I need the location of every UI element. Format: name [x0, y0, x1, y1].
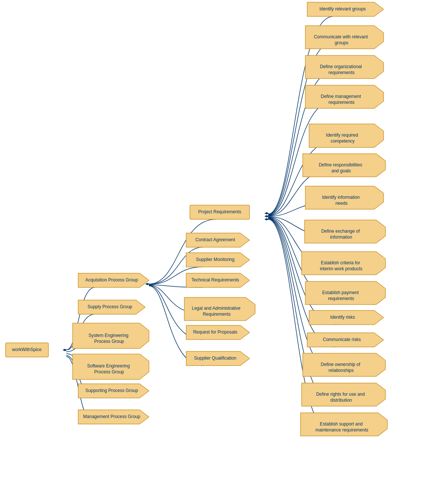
label-contractAgreement: Contract Agreement	[196, 237, 235, 242]
label-managementProcessGroup: Management Process Group	[83, 414, 140, 419]
label-identifyRelevantGroups: Identify relevant groups	[320, 6, 366, 12]
label-technicalRequirements: Technical Requirements	[191, 277, 239, 283]
label-acquisitionProcessGroup: Acquisition Process Group	[85, 277, 138, 283]
label-identifyRisks: Identify risks	[330, 315, 355, 320]
label-supplierQualification: Supplier Qualification	[194, 356, 236, 361]
label-supplyProcessGroup: Supply Process Group	[88, 304, 132, 309]
mindmap-diagram: workWithSpice Acquisition Process Group …	[0, 0, 448, 478]
diamond-ws	[63, 349, 67, 351]
label-communicateRisks: Communicate risks	[323, 337, 361, 342]
label-projectRequirements: Project Requirements	[198, 209, 241, 214]
label-workWithSpice: workWithSpice	[12, 347, 42, 352]
label-supplierMonitoring: Supplier Monitoring	[196, 257, 234, 262]
label-requestForProposals: Request for Proposals	[193, 329, 238, 335]
label-supportingProcessGroup: Supporting Process Group	[85, 388, 138, 393]
